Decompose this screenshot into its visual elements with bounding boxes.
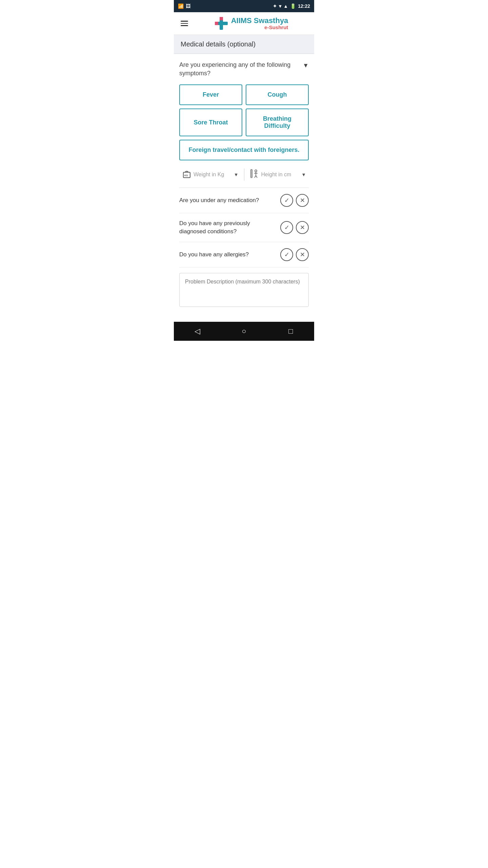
allergies-no-button[interactable]: ✕ xyxy=(296,248,309,261)
diagnosed-question-item: Do you have any previously diagnosed con… xyxy=(179,213,309,242)
svg-rect-3 xyxy=(215,22,218,25)
clock: 12:22 xyxy=(298,3,310,9)
measure-divider xyxy=(244,169,244,181)
height-dropdown[interactable]: Height in cm ▼ xyxy=(250,169,306,181)
recent-apps-button[interactable]: □ xyxy=(282,324,299,338)
signal-wifi-icon: ▾ xyxy=(279,3,281,9)
home-button[interactable]: ○ xyxy=(236,324,252,338)
allergies-yes-button[interactable]: ✓ xyxy=(280,248,293,261)
logo-main-text: AIIMS Swasthya xyxy=(231,17,288,25)
status-left-icons: 📶 🖼 xyxy=(178,3,190,9)
medication-no-button[interactable]: ✕ xyxy=(296,194,309,207)
svg-point-12 xyxy=(255,170,257,172)
weight-icon: KG xyxy=(182,169,191,181)
logo-area: AIIMS Swasthya e-Sushrut xyxy=(194,16,309,31)
symptom-foreign-travel-button[interactable]: Foreign travel/contact with foreigners. xyxy=(179,140,309,160)
image-icon: 🖼 xyxy=(186,3,190,9)
allergies-answer-buttons: ✓ ✕ xyxy=(280,248,309,261)
section-banner-title: Medical details (optional) xyxy=(181,40,307,48)
section-banner: Medical details (optional) xyxy=(174,35,314,54)
symptoms-grid: Fever Cough Sore Throat Breathing Diffic… xyxy=(179,84,309,160)
main-content: Are you experiencing any of the followin… xyxy=(174,54,314,315)
bluetooth-icon: ✦ xyxy=(273,3,277,9)
svg-text:KG: KG xyxy=(184,174,188,177)
logo-cross-icon xyxy=(214,16,228,31)
symptom-cough-button[interactable]: Cough xyxy=(246,84,309,105)
height-dropdown-arrow: ▼ xyxy=(301,172,306,177)
allergies-question-item: Do you have any allergies? ✓ ✕ xyxy=(179,242,309,268)
diagnosed-yes-button[interactable]: ✓ xyxy=(280,221,293,234)
symptom-breathing-button[interactable]: Breathing Difficulty xyxy=(246,108,309,136)
svg-line-15 xyxy=(255,176,256,178)
height-icon xyxy=(250,169,259,181)
app-header: AIIMS Swasthya e-Sushrut xyxy=(174,12,314,35)
menu-button[interactable] xyxy=(179,19,189,27)
problem-description-input[interactable] xyxy=(179,273,309,307)
symptoms-dropdown-arrow[interactable]: ▼ xyxy=(303,62,309,69)
svg-rect-2 xyxy=(220,17,223,20)
symptom-sore-throat-button[interactable]: Sore Throat xyxy=(179,108,242,136)
logo-text: AIIMS Swasthya e-Sushrut xyxy=(231,17,288,31)
symptom-fever-button[interactable]: Fever xyxy=(179,84,242,105)
status-right-icons: ✦ ▾ ▲ 🔋 12:22 xyxy=(273,3,310,9)
medication-question-text: Are you under any medication? xyxy=(179,196,280,204)
battery-icon: 🔋 xyxy=(290,3,296,9)
weight-dropdown-arrow: ▼ xyxy=(234,172,239,177)
weight-label: Weight in Kg xyxy=(194,172,232,178)
svg-line-16 xyxy=(256,176,257,178)
diagnosed-answer-buttons: ✓ ✕ xyxy=(280,221,309,234)
medication-answer-buttons: ✓ ✕ xyxy=(280,194,309,207)
signal-cellular-icon: ▲ xyxy=(283,3,288,9)
symptoms-question-text: Are you experiencing any of the followin… xyxy=(179,61,300,78)
diagnosed-no-button[interactable]: ✕ xyxy=(296,221,309,234)
bottom-nav: ◁ ○ □ xyxy=(174,322,314,341)
symptoms-question-row: Are you experiencing any of the followin… xyxy=(179,61,309,78)
medication-yes-button[interactable]: ✓ xyxy=(280,194,293,207)
questions-section: Are you under any medication? ✓ ✕ Do you… xyxy=(179,188,309,268)
measurements-row: KG Weight in Kg ▼ xyxy=(179,169,309,181)
logo-sub-text: e-Sushrut xyxy=(231,25,288,31)
medication-question-item: Are you under any medication? ✓ ✕ xyxy=(179,188,309,213)
height-label: Height in cm xyxy=(261,172,300,178)
wifi-icon: 📶 xyxy=(178,3,184,9)
allergies-question-text: Do you have any allergies? xyxy=(179,251,280,259)
diagnosed-question-text: Do you have any previously diagnosed con… xyxy=(179,219,280,236)
weight-dropdown[interactable]: KG Weight in Kg ▼ xyxy=(182,169,239,181)
status-bar: 📶 🖼 ✦ ▾ ▲ 🔋 12:22 xyxy=(174,0,314,12)
back-button[interactable]: ◁ xyxy=(189,324,206,338)
